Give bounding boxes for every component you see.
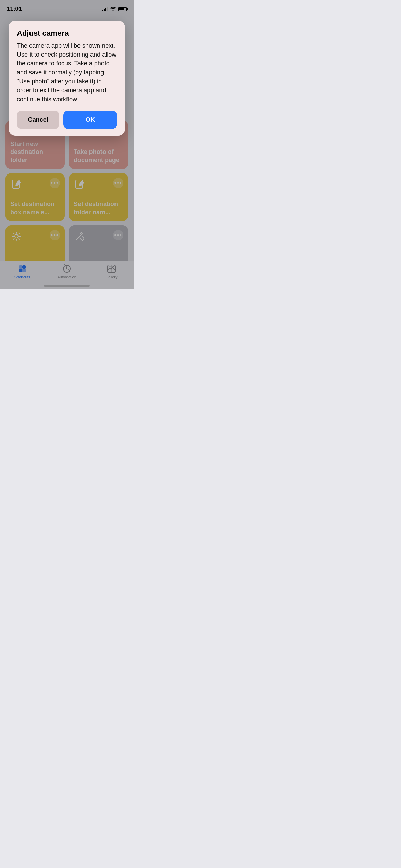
dialog: Adjust camera The camera app will be sho… xyxy=(9,21,125,136)
dialog-title: Adjust camera xyxy=(17,29,117,38)
dialog-body: The camera app will be shown next. Use i… xyxy=(17,41,117,104)
ok-button[interactable]: OK xyxy=(63,111,117,129)
cancel-button[interactable]: Cancel xyxy=(17,111,59,129)
dialog-buttons: Cancel OK xyxy=(17,111,117,129)
dialog-overlay: Adjust camera The camera app will be sho… xyxy=(0,0,134,289)
